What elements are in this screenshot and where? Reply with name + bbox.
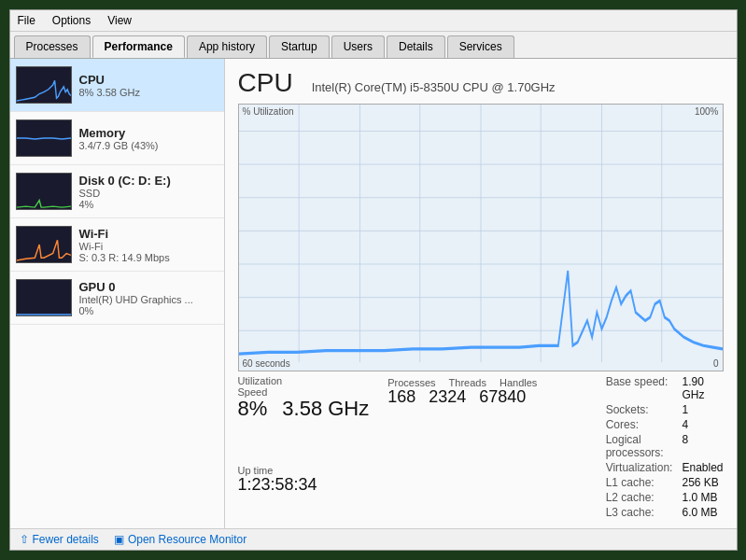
cpu-title: CPU [238, 68, 293, 98]
sidebar-gpu-title: GPU 0 [79, 280, 218, 294]
virtualization-label: Virtualization: [606, 461, 673, 474]
gpu-mini-graph [16, 279, 72, 316]
wifi-mini-graph [16, 226, 72, 263]
tab-startup[interactable]: Startup [269, 35, 330, 58]
right-stats: Base speed: 1.90 GHz Sockets: 1 Cores: 4… [606, 375, 724, 519]
sidebar-gpu-sub2: 0% [79, 305, 218, 316]
sockets-label: Sockets: [606, 403, 673, 416]
task-manager-window: File Options View Processes Performance … [9, 9, 738, 551]
sidebar-item-gpu[interactable]: GPU 0 Intel(R) UHD Graphics ... 0% [10, 272, 224, 325]
monitor-icon: ▣ [114, 533, 124, 546]
sidebar-gpu-text: GPU 0 Intel(R) UHD Graphics ... 0% [79, 280, 218, 316]
sidebar-item-cpu[interactable]: CPU 8% 3.58 GHz [10, 59, 224, 112]
sidebar-disk-sub2: 4% [79, 199, 218, 210]
cores-value: 4 [682, 418, 723, 431]
chart-y-label: % Utilization [243, 106, 294, 117]
l1-value: 256 KB [682, 476, 723, 489]
chart-x-label: 60 seconds [243, 358, 290, 369]
sidebar-wifi-sub2: S: 0.3 R: 14.9 Mbps [79, 252, 218, 263]
sidebar: CPU 8% 3.58 GHz Memory 3.4/7.9 GB (43%) [10, 59, 225, 528]
sidebar-disk-sub1: SSD [79, 188, 218, 199]
processes-row: Processes Threads Handles 168 2324 [387, 377, 537, 444]
l3-label: L3 cache: [606, 506, 673, 519]
main-content: CPU 8% 3.58 GHz Memory 3.4/7.9 GB (43%) [10, 59, 737, 528]
menu-file[interactable]: File [14, 12, 39, 29]
sidebar-memory-sub: 3.4/7.9 GB (43%) [79, 140, 218, 151]
tab-bar: Processes Performance App history Startu… [10, 32, 737, 59]
base-speed-label: Base speed: [606, 375, 673, 401]
sidebar-wifi-sub1: Wi-Fi [79, 241, 218, 252]
sidebar-item-wifi[interactable]: Wi-Fi Wi-Fi S: 0.3 R: 14.9 Mbps [10, 218, 224, 272]
sidebar-cpu-sub: 8% 3.58 GHz [79, 87, 218, 98]
cpu-model: Intel(R) Core(TM) i5-8350U CPU @ 1.70GHz [312, 80, 556, 94]
memory-mini-graph [16, 119, 72, 157]
left-stats: Utilization Speed 8% 3.58 GHz Processes [238, 375, 587, 519]
menu-bar: File Options View [10, 10, 737, 32]
uptime-value: 1:23:58:34 [238, 476, 317, 495]
fewer-details-label: Fewer details [33, 533, 99, 546]
chevron-up-icon: ⇧ [20, 533, 29, 546]
tab-performance[interactable]: Performance [92, 35, 185, 58]
sidebar-item-disk[interactable]: Disk 0 (C: D: E:) SSD 4% [10, 165, 224, 218]
footer: ⇧ Fewer details ▣ Open Resource Monitor [10, 528, 737, 550]
threads-value: 2324 [429, 388, 466, 407]
l1-label: L1 cache: [606, 476, 673, 489]
base-speed-value: 1.90 GHz [682, 375, 723, 401]
fewer-details-link[interactable]: ⇧ Fewer details [20, 533, 99, 546]
utilization-value: 8% [238, 398, 268, 420]
sidebar-memory-text: Memory 3.4/7.9 GB (43%) [79, 126, 218, 151]
utilization-block: Utilization Speed 8% 3.58 GHz [238, 375, 370, 444]
sidebar-gpu-sub1: Intel(R) UHD Graphics ... [79, 294, 218, 305]
logical-value: 8 [682, 433, 723, 459]
open-monitor-label: Open Resource Monitor [128, 533, 246, 546]
main-panel: CPU Intel(R) Core(TM) i5-8350U CPU @ 1.7… [225, 59, 737, 528]
disk-mini-graph [16, 173, 72, 210]
stats-section: Utilization Speed 8% 3.58 GHz Processes [238, 375, 724, 519]
sidebar-cpu-text: CPU 8% 3.58 GHz [79, 73, 218, 98]
sidebar-disk-title: Disk 0 (C: D: E:) [79, 174, 218, 188]
processes-value: 168 [387, 388, 415, 407]
chart-y-max: 100% [695, 106, 719, 117]
speed-value: 3.58 GHz [282, 398, 369, 420]
tab-app-history[interactable]: App history [187, 35, 267, 58]
l2-label: L2 cache: [606, 491, 673, 504]
cpu-mini-graph [16, 66, 72, 104]
virtualization-value: Enabled [682, 461, 723, 474]
tab-services[interactable]: Services [447, 35, 514, 58]
chart-x-right: 0 [713, 358, 719, 369]
cores-label: Cores: [606, 418, 673, 431]
sidebar-cpu-title: CPU [79, 73, 218, 87]
cpu-header: CPU Intel(R) Core(TM) i5-8350U CPU @ 1.7… [238, 68, 724, 98]
tab-details[interactable]: Details [387, 35, 445, 58]
menu-options[interactable]: Options [49, 12, 94, 29]
sidebar-disk-text: Disk 0 (C: D: E:) SSD 4% [79, 174, 218, 210]
sidebar-wifi-text: Wi-Fi Wi-Fi S: 0.3 R: 14.9 Mbps [79, 227, 218, 263]
open-monitor-link[interactable]: ▣ Open Resource Monitor [114, 533, 246, 546]
menu-view[interactable]: View [104, 12, 135, 29]
sidebar-memory-title: Memory [79, 126, 218, 140]
chart-svg [239, 105, 723, 371]
cpu-chart: % Utilization 100% 60 seconds 0 [238, 104, 724, 371]
logical-label: Logical processors: [606, 433, 673, 459]
l2-value: 1.0 MB [682, 491, 723, 504]
l3-value: 6.0 MB [682, 506, 723, 519]
handles-value: 67840 [479, 388, 526, 407]
sockets-value: 1 [682, 403, 723, 416]
sidebar-wifi-title: Wi-Fi [79, 227, 218, 241]
tab-users[interactable]: Users [331, 35, 385, 58]
sidebar-item-memory[interactable]: Memory 3.4/7.9 GB (43%) [10, 112, 224, 165]
uptime-block: Up time 1:23:58:34 [238, 465, 317, 519]
utilization-label: Utilization [238, 375, 370, 386]
tab-processes[interactable]: Processes [14, 35, 91, 58]
